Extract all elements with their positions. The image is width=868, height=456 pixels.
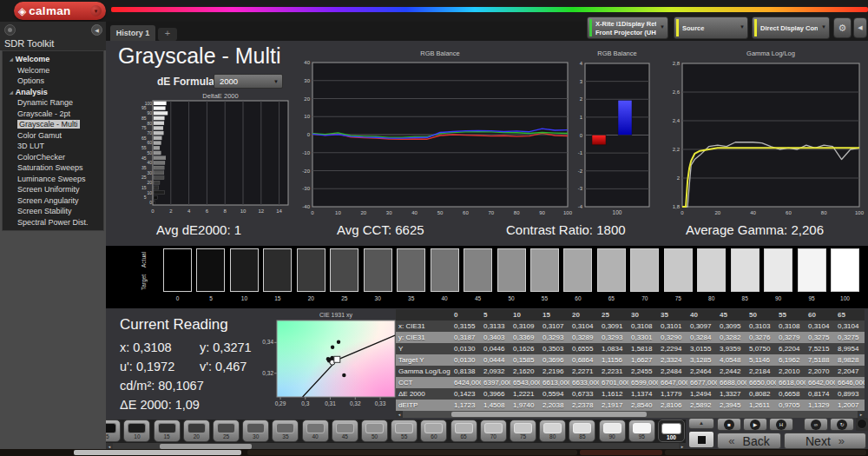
de-formula-dropdown[interactable]: 2000 ▼: [214, 74, 283, 89]
section-label: Welcome: [16, 55, 49, 63]
table-cell: 2,2070: [806, 366, 835, 377]
display-label: Direct Display Control: [760, 20, 818, 36]
svg-text:2,2: 2,2: [673, 147, 681, 152]
pattern-button-40[interactable]: 40: [302, 420, 329, 442]
add-tab-button[interactable]: +: [158, 28, 177, 41]
sidebar-item-saturation-sweeps[interactable]: Saturation Sweeps: [3, 162, 103, 174]
table-cell: 0,9705: [776, 400, 806, 411]
play-button[interactable]: ▶: [743, 418, 767, 431]
grayscale-swatch-90: [764, 248, 792, 292]
stop-button[interactable]: ■: [717, 418, 741, 431]
table-cell: 2,0932: [481, 366, 510, 377]
table-cell: 7,5188: [806, 354, 835, 366]
sidebar-item-spectral-power-dist[interactable]: Spectral Power Dist.: [3, 217, 103, 228]
sidebar-item-welcome[interactable]: Welcome: [3, 65, 103, 76]
calman-logo[interactable]: ◈ calman ▼: [14, 2, 106, 20]
pattern-button-70[interactable]: 70: [480, 420, 507, 442]
sidebar-item-luminance-sweeps[interactable]: Luminance Sweeps: [3, 174, 103, 185]
svg-text:2: 2: [169, 208, 173, 214]
pattern-button-90[interactable]: 90: [599, 420, 626, 442]
sidebar-item-grayscale-multi[interactable]: Grayscale - Multi: [3, 119, 103, 130]
tab-history-1[interactable]: History 1: [110, 25, 155, 41]
pattern-window-button[interactable]: [688, 431, 714, 448]
display-control-dropdown[interactable]: Direct Display Control ▼: [752, 17, 830, 39]
pattern-panel-expand-button[interactable]: ▲: [688, 418, 714, 429]
refresh-read-button[interactable]: ↻: [830, 418, 854, 431]
svg-text:0,34: 0,34: [262, 339, 273, 345]
pattern-button-30[interactable]: 30: [242, 420, 269, 442]
swatch-level-label: 70: [630, 295, 659, 301]
deltae-2000-chart: DeltaE 200005101520253035404550556065707…: [137, 90, 290, 217]
sidebar-item-screen-angularity[interactable]: Screen Angularity: [3, 195, 103, 207]
scrollbar-thumb[interactable]: [451, 412, 647, 417]
row-label: Gamma Log/Log: [396, 366, 451, 377]
app-menu-button[interactable]: ▼: [90, 5, 102, 17]
settings-button[interactable]: ⚙: [833, 17, 852, 38]
pattern-button-65[interactable]: 65: [450, 420, 477, 442]
meter-dropdown[interactable]: X-Rite i1Display RetailFront Projector (…: [587, 17, 668, 39]
pattern-button-25[interactable]: 25: [213, 420, 240, 442]
table-cell: 0,3108: [628, 321, 658, 332]
next-button[interactable]: Next »: [784, 433, 866, 449]
grayscale-swatch-35: [397, 248, 425, 292]
table-cell: 0,1423: [451, 388, 481, 400]
sidebar-item-color-gamut[interactable]: Color Gamut: [3, 130, 103, 142]
svg-text:RGB Balance: RGB Balance: [420, 50, 459, 57]
scroll-left-icon[interactable]: ◂: [396, 411, 403, 418]
sidebar-collapse-button[interactable]: ◀: [91, 24, 102, 36]
sidebar-item-options[interactable]: Options: [3, 76, 103, 87]
pattern-level-label: 60: [421, 433, 446, 439]
play-icon: ▶: [753, 422, 758, 427]
pattern-source-button[interactable]: H: [769, 418, 793, 431]
source-dropdown[interactable]: Source ▼: [674, 17, 748, 39]
svg-text:2: 2: [677, 175, 681, 181]
pattern-button-95[interactable]: 95: [628, 420, 655, 442]
sidebar-item-colorchecker[interactable]: ColorChecker: [3, 152, 103, 163]
pattern-button-85[interactable]: 85: [569, 420, 595, 442]
sidebar-section-analysis[interactable]: ◢Analysis: [3, 87, 103, 98]
square-icon: [698, 436, 706, 444]
swatch-level-label: 0: [163, 295, 192, 301]
pattern-button-20[interactable]: 20: [183, 420, 210, 442]
swatch-level-label: 65: [597, 295, 626, 301]
triangle-up-icon: ▲: [699, 420, 704, 426]
table-cell: 6618,0000: [776, 377, 806, 388]
pattern-button-55[interactable]: 55: [391, 420, 418, 442]
collapse-panel-button[interactable]: ◀: [853, 17, 867, 38]
table-cell: 1,5818: [628, 343, 658, 354]
rgb-balance-line-chart: RGB Balance-40-30-20-1001020304001020304…: [293, 45, 573, 217]
pattern-button-80[interactable]: 80: [539, 420, 566, 442]
app-window: ◈ calman ▼ History 1 + X-Rite i1Display …: [0, 0, 868, 456]
table-scrollbar[interactable]: ◂▸: [396, 411, 865, 418]
sidebar-item-screen-stability[interactable]: Screen Stability: [3, 206, 103, 217]
pattern-button-45[interactable]: 45: [332, 420, 358, 442]
back-button[interactable]: « Back: [717, 433, 781, 449]
pattern-button-5[interactable]: 5: [106, 420, 121, 442]
taskbar-segment: [74, 450, 241, 455]
table-cell: 6642,0000: [806, 377, 835, 388]
pattern-button-35[interactable]: 35: [272, 420, 299, 442]
pattern-button-10[interactable]: 10: [123, 420, 150, 442]
sidebar-item-grayscale-2pt[interactable]: Grayscale - 2pt: [3, 109, 103, 120]
table-cell: 0,3276: [746, 332, 776, 343]
sidebar-section-welcome[interactable]: ◢Welcome: [3, 54, 103, 65]
continuous-read-button[interactable]: ∞: [804, 418, 828, 431]
table-cell: 0,3101: [658, 321, 687, 332]
sidebar-header: ◀ SDR Toolkit: [0, 22, 106, 50]
pattern-button-75[interactable]: 75: [510, 420, 536, 442]
table-cell: 1,2221: [510, 388, 540, 400]
table-cell: 0,3289: [569, 332, 599, 343]
pattern-button-100[interactable]: 100: [658, 420, 685, 442]
sidebar-item-3d-lut[interactable]: 3D LUT: [3, 141, 103, 152]
sidebar-item-dynamic-range[interactable]: Dynamic Range: [3, 97, 103, 109]
pattern-button-60[interactable]: 60: [420, 420, 447, 442]
pattern-button-15[interactable]: 15: [154, 420, 181, 442]
pattern-level-label: 50: [362, 433, 387, 439]
sidebar-options-button[interactable]: [4, 24, 16, 36]
svg-text:90: 90: [539, 210, 545, 215]
scroll-right-icon[interactable]: ▸: [858, 411, 865, 418]
meter-status-indicator: [589, 19, 592, 36]
sidebar-item-screen-uniformity[interactable]: Screen Uniformity: [3, 184, 103, 195]
table-cell: 2,2442: [717, 366, 746, 377]
pattern-button-50[interactable]: 50: [361, 420, 388, 442]
